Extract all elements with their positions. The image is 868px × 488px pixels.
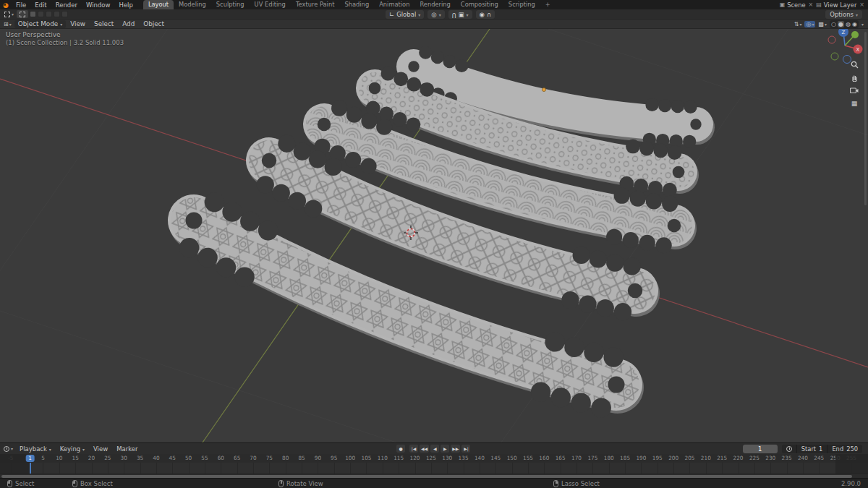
tab-scripting[interactable]: Scripting [503, 0, 540, 9]
select-mode-subtract-button[interactable] [46, 11, 52, 17]
view-layer-selector[interactable]: View Layer [824, 1, 856, 9]
tab-rendering[interactable]: Rendering [414, 0, 455, 9]
viewport-canvas[interactable] [0, 29, 868, 442]
tab-layout[interactable]: Layout [143, 0, 174, 9]
timeline-menu-keying[interactable]: Keying ▾ [56, 445, 89, 453]
timeline-menu-marker[interactable]: Marker [112, 445, 142, 453]
tab-compositing[interactable]: Compositing [456, 0, 503, 9]
frame-range-group: Start1 End250 [782, 445, 862, 453]
timeline-menu-view[interactable]: View [89, 445, 112, 453]
select-mode-new-button[interactable] [30, 11, 36, 17]
tab-shading[interactable]: Shading [339, 0, 374, 9]
jump-end-button[interactable]: ▶| [461, 445, 470, 453]
ruler-label: 240 [798, 455, 808, 461]
viewport-menu-add[interactable]: Add [118, 20, 139, 27]
viewport-3d[interactable]: User Perspective (1) Scene Collection | … [0, 29, 868, 442]
overlays-toggle[interactable]: ◎▾ [804, 21, 815, 27]
scene-selector[interactable]: Scene [787, 1, 805, 9]
editor-type-button[interactable]: ⊞ ▾ [4, 21, 12, 27]
playhead-line[interactable] [30, 463, 31, 474]
ruler-label: 70 [250, 455, 256, 461]
viewport-menu-object[interactable]: Object [139, 20, 169, 27]
menu-help[interactable]: Help [114, 1, 137, 9]
options-dropdown[interactable]: Options ▾ [825, 10, 862, 19]
pan-hand-icon[interactable] [848, 72, 860, 82]
shading-rendered-button[interactable]: ◉ [852, 21, 857, 27]
end-frame-field[interactable]: End250 [827, 445, 862, 453]
xray-toggle[interactable]: ▩▾ [818, 21, 827, 27]
status-hint-box-select: Box Select [72, 479, 113, 488]
current-frame-field[interactable]: 1 [743, 445, 778, 453]
ruler-label: 80 [282, 455, 289, 461]
select-mode-extend-button[interactable] [38, 11, 44, 17]
tab-animation[interactable]: Animation [374, 0, 414, 9]
viewport-menu-view[interactable]: View [66, 20, 90, 27]
strap-notch [656, 237, 672, 253]
blender-logo-icon[interactable]: ◕ [0, 1, 12, 9]
chevron-down-icon: ▾ [418, 12, 420, 17]
pivot-icon: ◎ [431, 11, 436, 18]
select-mode-invert-button[interactable] [54, 11, 60, 17]
gizmo-neg-y-axis[interactable] [831, 53, 838, 60]
ruler-label: 185 [620, 455, 630, 461]
snap-toggle[interactable]: U ▣ ▾ [448, 10, 472, 19]
timeline-ruler[interactable]: -551015202530354045505560657075808590951… [0, 454, 868, 463]
playhead-label[interactable]: 1 [25, 455, 35, 462]
ruler-tick [350, 463, 351, 474]
ruler-tick [205, 463, 205, 474]
tab-sculpting[interactable]: Sculpting [211, 0, 250, 9]
ruler-label: 245 [814, 455, 824, 461]
camera-view-icon[interactable] [848, 85, 860, 95]
timeline-editor-icon[interactable] [4, 446, 9, 452]
start-frame-field[interactable]: Start1 [797, 445, 828, 453]
mouse-left-icon [7, 480, 12, 487]
zoom-icon[interactable] [848, 59, 860, 69]
shading-material-button[interactable]: ◍ [846, 21, 851, 27]
timeline-menu-playback[interactable]: Playback ▾ [15, 445, 56, 453]
shading-dropdown[interactable]: ▾ [861, 22, 864, 27]
close-icon[interactable]: × [859, 1, 865, 8]
viewport-nav-tools: ▦ [848, 59, 860, 108]
proportional-edit-toggle[interactable]: ◉ ∩ [476, 10, 495, 19]
mode-dropdown[interactable]: Object Mode ▾ [14, 20, 66, 28]
shading-wireframe-button[interactable]: ○ [831, 21, 836, 27]
strap-notch [683, 135, 696, 148]
blender-window: ◕ FileEditRenderWindowHelp LayoutModelin… [0, 0, 868, 488]
tab-uv-editing[interactable]: UV Editing [250, 0, 291, 9]
viewport-menu-select[interactable]: Select [90, 20, 118, 27]
select-mode-intersect-button[interactable] [61, 11, 68, 17]
tab-texture-paint[interactable]: Texture Paint [291, 0, 340, 9]
use-preview-range-button[interactable] [782, 445, 797, 453]
ruler-label: 150 [507, 455, 517, 461]
strap-notch [393, 112, 407, 127]
chevron-down-icon: ▾ [467, 12, 469, 17]
gizmos-dropdown[interactable]: ⇅▾ [794, 21, 802, 27]
shading-solid-button[interactable]: ● [838, 21, 844, 27]
ruler-label: 170 [571, 455, 582, 461]
tab--[interactable]: + [540, 0, 556, 9]
ruler-tick [108, 463, 109, 474]
jump-start-button[interactable]: |◀ [409, 445, 418, 453]
record-button[interactable]: ● [396, 445, 405, 453]
prev-frame-button[interactable]: ◀ [430, 445, 439, 453]
next-frame-button[interactable]: ▶▶ [451, 445, 460, 453]
gizmo-neg-x-axis[interactable] [828, 36, 835, 43]
ruler-label: 95 [331, 455, 337, 461]
play-button[interactable]: ▶ [441, 445, 449, 453]
ruler-label: 30 [121, 455, 127, 461]
active-tool-dropdown[interactable]: ▾ [4, 12, 14, 17]
prev-keyframe-button[interactable]: ◀◀ [420, 445, 429, 453]
menu-render[interactable]: Render [51, 1, 82, 9]
close-icon[interactable]: × [808, 1, 814, 8]
viewport-scrollbar[interactable] [864, 32, 867, 205]
tab-modeling[interactable]: Modeling [174, 0, 211, 9]
menu-window[interactable]: Window [82, 1, 115, 9]
menu-file[interactable]: File [12, 1, 30, 9]
menu-edit[interactable]: Edit [30, 1, 51, 9]
ortho-toggle-icon[interactable]: ▦ [848, 98, 860, 108]
tool-mode-button[interactable] [17, 10, 28, 18]
timeline-track[interactable] [0, 463, 868, 474]
orientation-dropdown[interactable]: ∟ Global ▾ [386, 10, 424, 19]
gizmo-y-axis[interactable] [851, 31, 859, 38]
pivot-dropdown[interactable]: ◎ ▾ [427, 10, 444, 19]
